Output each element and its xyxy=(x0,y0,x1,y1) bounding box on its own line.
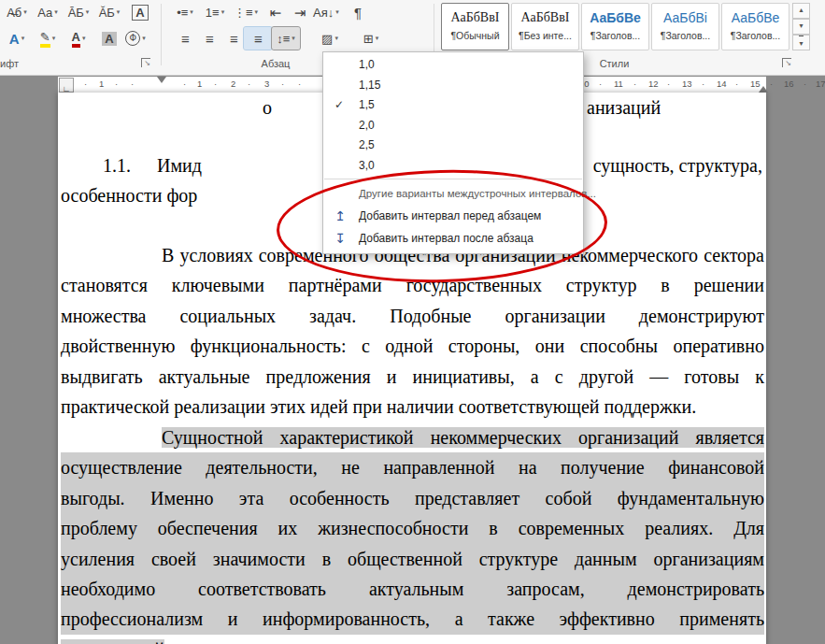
ruler-mark: 1 xyxy=(197,79,202,89)
text-line: практической реализации этих идей при на… xyxy=(61,392,764,422)
word-window: А̶б ▾ Aa ▾ А̄Б ▾ ӐБ ▾ А •≡ ▾ 1≡ ▾ ⋮≡ xyxy=(0,0,825,644)
add-space-after-paragraph-item[interactable]: ↧ Добавить интервал после абзаца xyxy=(323,227,583,250)
launcher-arrow-icon: ↘ xyxy=(782,58,791,67)
spacing-option[interactable]: 1,15 xyxy=(323,76,583,96)
ruler-mark: · xyxy=(667,79,670,89)
style-preview: АаБбВі xyxy=(652,4,718,30)
text-line: современной xyxy=(61,635,764,644)
ruler-mark: 2 xyxy=(231,79,235,89)
text-line: усиления своей значимости в общественной… xyxy=(61,544,764,574)
style-preview: АаБбВвІ xyxy=(512,4,578,30)
text-line: Сущностной характеристикой некоммерчески… xyxy=(61,422,764,452)
ruler-mark: 3 xyxy=(264,79,269,89)
paragraph-2-selected: Сущностной характеристикой некоммерчески… xyxy=(61,422,764,644)
ruler-mark: · xyxy=(214,79,217,89)
text-line: множества социальных задач. Подобные орг… xyxy=(61,301,764,331)
ruler-mark: · xyxy=(248,79,250,89)
text-line: становятся ключевыми партнёрами государс… xyxy=(61,270,764,300)
gallery-more-icon[interactable]: ▾ xyxy=(792,35,810,50)
ruler-mark: · xyxy=(804,79,806,89)
ruler-mark: · xyxy=(84,79,87,89)
text-fragment: 1.1. xyxy=(103,150,131,180)
text-line: профессионализм и информированность, а т… xyxy=(61,604,764,634)
text-fragment: о xyxy=(263,93,272,122)
ruler-mark: · xyxy=(298,79,301,89)
ruler-mark: 14 xyxy=(717,79,727,89)
ruler-mark: · xyxy=(633,79,636,89)
text-fragment: анизаций xyxy=(587,93,661,122)
ruler-mark: 11 xyxy=(614,79,623,89)
ruler-mark: · xyxy=(702,79,704,89)
ruler-mark: · xyxy=(281,79,284,89)
styles-gallery-scrollbar: ▴ ▾ ▾ xyxy=(792,3,809,51)
text-fragment: особенности фор xyxy=(61,180,197,210)
style-label: ¶Обычный xyxy=(442,30,508,41)
style-label: ¶Без инте... xyxy=(512,30,578,41)
font-group-label: ифт xyxy=(0,58,19,69)
ruler-mark: 1 xyxy=(99,79,104,89)
style-label: ¶Заголов... xyxy=(582,30,648,41)
menu-separator xyxy=(324,179,582,179)
style-card-heading3[interactable]: АаБбВе ¶Заголов... xyxy=(721,3,789,50)
style-label: ¶Заголов... xyxy=(722,30,789,41)
ruler-mark: · xyxy=(735,79,738,89)
style-card-heading1[interactable]: АаБбВе ¶Заголов... xyxy=(581,3,649,50)
spacing-options: 1,0 1,15 ✓ 1,5 2,0 2,5 3,0 xyxy=(323,55,583,176)
spacing-option[interactable]: 2,5 xyxy=(323,136,583,156)
paragraph-1: В условиях современного общества организ… xyxy=(61,240,764,422)
ruler-mark: · xyxy=(770,79,773,89)
style-card-normal[interactable]: АаБбВвІ ¶Обычный xyxy=(441,3,509,50)
spacing-option[interactable]: 3,0 xyxy=(323,156,583,177)
more-spacing-options-item[interactable]: Другие варианты междустрочных интервалов… xyxy=(323,182,583,205)
ruler-mark: 16 xyxy=(784,79,794,89)
font-dialog-launcher[interactable]: ↘ xyxy=(140,57,152,69)
ruler-mark: 13 xyxy=(682,79,692,89)
interval-arrow-icon: ↥ xyxy=(332,208,348,224)
tab-selector[interactable]: ∟ xyxy=(59,78,74,93)
style-label: ¶Заголов... xyxy=(652,30,718,41)
style-card-no-spacing[interactable]: АаБбВвІ ¶Без инте... xyxy=(511,3,579,50)
ruler-mark: 12 xyxy=(648,79,659,89)
style-preview: АаБбВвІ xyxy=(442,4,508,30)
interval-arrow-icon xyxy=(332,185,348,202)
style-preview: АаБбВе xyxy=(722,4,789,30)
gallery-down-icon[interactable]: ▾ xyxy=(792,19,810,35)
spacing-option[interactable]: ✓ 1,5 xyxy=(323,95,583,116)
interval-arrow-icon: ↧ xyxy=(332,230,348,247)
text-fragment: Имид xyxy=(157,150,202,180)
text-line: двойственную функциональность: с одной с… xyxy=(61,331,764,361)
check-icon: ✓ xyxy=(334,95,344,116)
ruler-mark: · xyxy=(183,79,186,89)
text-line: осуществление деятельности, не направлен… xyxy=(61,452,764,482)
text-line: необходимо соответствовать актуальным за… xyxy=(61,574,764,604)
text-line: выдвигать актуальные предложения и иници… xyxy=(61,362,764,392)
style-card-heading2[interactable]: АаБбВі ¶Заголов... xyxy=(651,3,719,50)
ruler-mark: · xyxy=(131,79,134,89)
spacing-actions: Другие варианты междустрочных интервалов… xyxy=(323,182,583,250)
ruler-mark: 17 xyxy=(816,79,825,89)
styles-gallery: АаБбВвІ ¶Обычный АаБбВвІ ¶Без инте... Аа… xyxy=(0,3,825,51)
ruler-mark: · xyxy=(599,79,602,89)
right-indent-marker[interactable] xyxy=(759,86,768,93)
spacing-option[interactable]: 1,0 xyxy=(323,55,583,76)
text-line: выгоды. Именно эта особенность представл… xyxy=(61,483,764,513)
launcher-arrow-icon: ↘ xyxy=(141,58,150,67)
ruler-mark: · xyxy=(115,79,118,89)
text-line: проблему обеспечения их жизнеспособности… xyxy=(61,513,764,543)
style-preview: АаБбВе xyxy=(582,4,648,30)
styles-dialog-launcher[interactable]: ↘ xyxy=(781,57,793,69)
first-line-indent-marker[interactable] xyxy=(157,77,166,83)
line-spacing-menu: 1,0 1,15 ✓ 1,5 2,0 2,5 3,0 Другие вариан… xyxy=(322,51,584,254)
add-space-before-paragraph-item[interactable]: ↥ Добавить интервал перед абзацем xyxy=(323,205,583,227)
gallery-up-icon[interactable]: ▴ xyxy=(792,3,810,19)
spacing-option[interactable]: 2,0 xyxy=(323,116,583,136)
text-fragment: сущность, структура, xyxy=(593,150,762,180)
